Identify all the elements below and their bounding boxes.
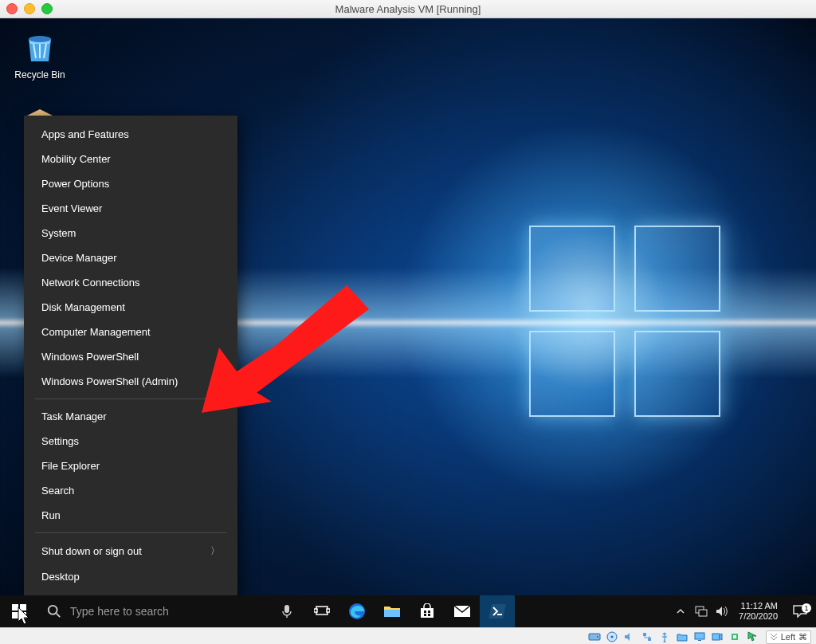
- svg-rect-3: [12, 604, 18, 611]
- svg-rect-5: [12, 612, 18, 618]
- winx-settings[interactable]: Settings: [24, 429, 237, 454]
- winx-network-connections[interactable]: Network Connections: [24, 270, 237, 295]
- clock-time: 11:12 AM: [739, 601, 778, 611]
- winx-task-manager[interactable]: Task Manager: [24, 404, 237, 429]
- windows-logo: [529, 226, 720, 417]
- chevron-right-icon: 〉: [210, 544, 220, 558]
- svg-rect-29: [648, 638, 651, 641]
- winx-apps-and-features[interactable]: Apps and Features: [24, 122, 237, 147]
- vb-optical-icon[interactable]: [605, 630, 619, 643]
- vb-cpu-icon[interactable]: [728, 630, 742, 643]
- svg-rect-19: [428, 614, 430, 616]
- svg-rect-18: [424, 614, 426, 616]
- svg-point-7: [49, 606, 57, 615]
- vb-host-key-indicator[interactable]: Left ⌘: [766, 630, 811, 644]
- winx-device-manager[interactable]: Device Manager: [24, 245, 237, 270]
- desktop-icon-label: Recycle Bin: [8, 69, 72, 80]
- edge-icon: [348, 603, 366, 620]
- taskbar-mail[interactable]: [445, 595, 480, 627]
- vm-display: Recycle Bin Bo Apps and Features Mobilit…: [0, 18, 816, 627]
- taskbar-powershell[interactable]: [480, 595, 515, 627]
- svg-rect-28: [643, 633, 646, 636]
- vb-display-icon[interactable]: [692, 630, 707, 643]
- powershell-icon: [488, 604, 506, 618]
- windows-start-icon: [12, 604, 26, 618]
- chevron-down-icon: [770, 632, 778, 642]
- taskbar-search[interactable]: Type here to search: [38, 595, 269, 627]
- svg-point-27: [610, 636, 613, 638]
- taskbar-store[interactable]: [410, 595, 445, 627]
- desktop-icon-recycle-bin[interactable]: Recycle Bin: [8, 28, 72, 80]
- tray-volume-icon[interactable]: [712, 606, 732, 617]
- store-icon: [419, 603, 435, 619]
- svg-rect-13: [327, 609, 330, 612]
- svg-rect-4: [20, 604, 26, 611]
- virtualbox-status-bar: Left ⌘: [0, 627, 816, 644]
- svg-point-0: [29, 36, 51, 42]
- window-title: Malware Analysis VM [Running]: [0, 3, 816, 15]
- svg-rect-6: [20, 612, 26, 618]
- winx-disk-management[interactable]: Disk Management: [24, 295, 237, 320]
- svg-rect-31: [695, 633, 704, 639]
- vb-hdd-icon[interactable]: [587, 630, 602, 643]
- host-key-glyph: ⌘: [798, 632, 807, 642]
- winx-shutdown-signout[interactable]: Shut down or sign out 〉: [24, 538, 237, 564]
- svg-point-25: [597, 636, 598, 638]
- action-center-button[interactable]: 1: [784, 605, 816, 618]
- svg-rect-9: [284, 605, 289, 613]
- winx-system[interactable]: System: [24, 221, 237, 245]
- svg-rect-15: [421, 608, 434, 618]
- winx-desktop[interactable]: Desktop: [24, 564, 237, 589]
- vb-network-icon[interactable]: [640, 630, 654, 643]
- recycle-bin-icon: [21, 28, 59, 66]
- notification-badge: 1: [802, 603, 811, 613]
- host-key-label: Left: [781, 632, 795, 642]
- start-button[interactable]: [0, 595, 38, 627]
- winx-menu: Apps and Features Mobility Center Power …: [24, 116, 237, 595]
- svg-line-8: [57, 614, 61, 618]
- winx-power-options[interactable]: Power Options: [24, 171, 237, 196]
- winx-mobility-center[interactable]: Mobility Center: [24, 147, 237, 171]
- clock-date: 7/20/2020: [739, 611, 778, 622]
- winx-run[interactable]: Run: [24, 503, 237, 528]
- tray-network-icon[interactable]: [691, 606, 712, 617]
- winx-search[interactable]: Search: [24, 478, 237, 503]
- search-placeholder: Type here to search: [70, 605, 169, 618]
- mac-titlebar: Malware Analysis VM [Running]: [0, 0, 816, 18]
- winx-windows-powershell-admin[interactable]: Windows PowerShell (Admin): [24, 369, 237, 394]
- tray-overflow-chevron[interactable]: [670, 607, 691, 616]
- vb-mouse-integration-icon[interactable]: [745, 630, 759, 643]
- vb-recording-icon[interactable]: [710, 630, 724, 643]
- svg-rect-23: [699, 610, 707, 616]
- winx-computer-management[interactable]: Computer Management: [24, 320, 237, 344]
- svg-rect-17: [428, 611, 430, 613]
- svg-point-30: [663, 641, 665, 643]
- winx-event-viewer[interactable]: Event Viewer: [24, 196, 237, 221]
- cortana-mic-icon[interactable]: [269, 595, 304, 627]
- svg-rect-32: [698, 640, 701, 641]
- svg-rect-16: [424, 611, 426, 613]
- search-icon: [38, 604, 70, 618]
- winx-windows-powershell[interactable]: Windows PowerShell: [24, 344, 237, 369]
- winx-file-explorer[interactable]: File Explorer: [24, 454, 237, 478]
- vb-shared-folder-icon[interactable]: [675, 630, 689, 643]
- vb-audio-icon[interactable]: [622, 630, 637, 643]
- taskbar: Type here to search: [0, 595, 816, 627]
- mail-icon: [453, 605, 471, 618]
- taskbar-edge[interactable]: [339, 595, 375, 627]
- vb-usb-icon[interactable]: [657, 630, 672, 643]
- svg-rect-33: [712, 634, 720, 640]
- folder-icon: [383, 604, 401, 618]
- taskbar-file-explorer[interactable]: [375, 595, 410, 627]
- svg-rect-35: [733, 635, 736, 638]
- svg-rect-11: [316, 607, 328, 615]
- task-view-button[interactable]: [304, 595, 339, 627]
- svg-rect-12: [314, 609, 317, 612]
- taskbar-clock[interactable]: 11:12 AM 7/20/2020: [732, 601, 784, 622]
- system-tray: 11:12 AM 7/20/2020 1: [670, 595, 816, 627]
